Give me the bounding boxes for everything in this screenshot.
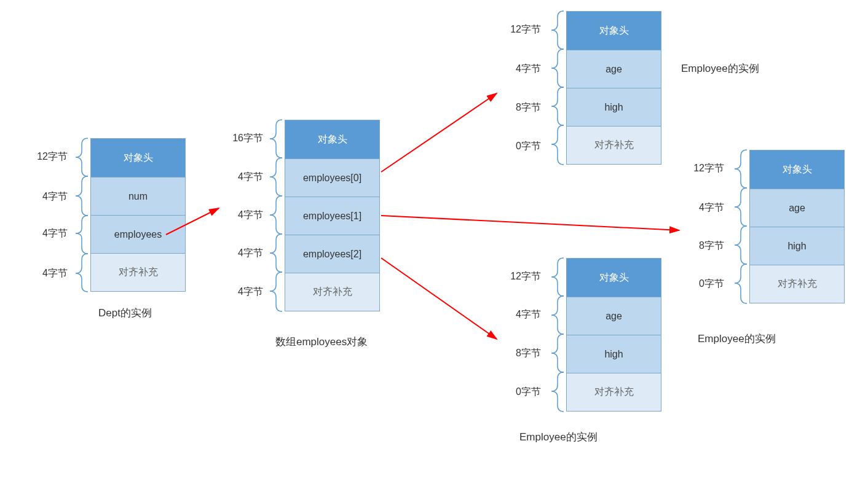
emp3-size-2: 8字节 <box>504 347 541 360</box>
array-header: 对象头 <box>285 120 379 158</box>
emp-box-2: 对象头 age high 对齐补充 <box>749 150 845 303</box>
emp1-size-3: 0字节 <box>504 140 541 153</box>
emp3-size-0: 12字节 <box>504 270 541 283</box>
dept-size-0: 12字节 <box>31 150 68 163</box>
emp2-high: high <box>750 227 844 265</box>
emp3-header: 对象头 <box>567 259 661 297</box>
arrow-arr2-to-emp3 <box>381 258 497 339</box>
dept-pad: 对齐补充 <box>91 253 185 291</box>
emp-box-3: 对象头 age high 对齐补充 <box>566 258 661 412</box>
dept-employees: employees <box>91 215 185 253</box>
dept-caption: Dept的实例 <box>98 306 152 320</box>
array-size-0: 16字节 <box>226 132 263 145</box>
emp1-caption: Employee的实例 <box>681 61 759 76</box>
emp-box-1: 对象头 age high 对齐补充 <box>566 11 661 165</box>
emp2-pad: 对齐补充 <box>750 265 844 303</box>
dept-size-1: 4字节 <box>31 190 68 203</box>
emp2-size-0: 12字节 <box>687 162 724 175</box>
dept-num: num <box>91 177 185 215</box>
emp3-size-3: 0字节 <box>504 386 541 399</box>
emp3-size-1: 4字节 <box>504 308 541 321</box>
emp1-pad: 对齐补充 <box>567 126 661 164</box>
array-elem-2: employees[2] <box>285 235 379 273</box>
array-size-2: 4字节 <box>226 209 263 222</box>
dept-size-3: 4字节 <box>31 267 68 280</box>
emp2-header: 对象头 <box>750 150 844 189</box>
emp1-high: high <box>567 88 661 126</box>
emp2-size-2: 8字节 <box>687 240 724 252</box>
array-elem-0: employees[0] <box>285 158 379 197</box>
arrow-arr1-to-emp2 <box>381 216 679 230</box>
emp1-size-2: 8字节 <box>504 101 541 114</box>
array-pad: 对齐补充 <box>285 273 379 311</box>
emp3-age: age <box>567 297 661 335</box>
emp3-caption: Employee的实例 <box>519 430 598 444</box>
emp2-caption: Employee的实例 <box>698 332 776 346</box>
emp3-pad: 对齐补充 <box>567 373 661 411</box>
dept-header: 对象头 <box>91 139 185 177</box>
arrow-arr0-to-emp1 <box>381 93 497 172</box>
emp1-size-0: 12字节 <box>504 23 541 36</box>
array-size-3: 4字节 <box>226 247 263 260</box>
emp2-size-1: 4字节 <box>687 201 724 214</box>
emp1-age: age <box>567 50 661 88</box>
array-size-4: 4字节 <box>226 286 263 299</box>
array-box: 对象头 employees[0] employees[1] employees[… <box>285 120 380 311</box>
array-caption: 数组employees对象 <box>275 335 368 349</box>
emp2-age: age <box>750 189 844 227</box>
emp3-high: high <box>567 335 661 373</box>
array-elem-1: employees[1] <box>285 197 379 235</box>
dept-size-2: 4字节 <box>31 227 68 240</box>
array-size-1: 4字节 <box>226 171 263 184</box>
emp2-size-3: 0字节 <box>687 278 724 291</box>
dept-box: 对象头 num employees 对齐补充 <box>90 138 186 292</box>
emp1-header: 对象头 <box>567 12 661 50</box>
emp1-size-1: 4字节 <box>504 63 541 76</box>
